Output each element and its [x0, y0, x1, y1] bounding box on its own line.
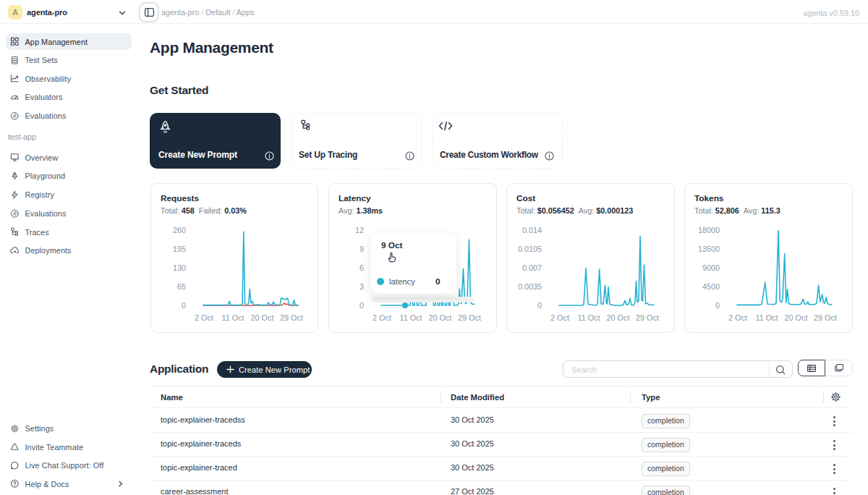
svg-text:13500: 13500 — [698, 245, 720, 253]
svg-text:0: 0 — [715, 301, 720, 310]
svg-text:130: 130 — [173, 263, 186, 272]
svg-text:65: 65 — [177, 282, 186, 291]
svg-text:29 Oct: 29 Oct — [636, 313, 659, 322]
svg-text:11 Oct: 11 Oct — [221, 313, 244, 322]
svg-text:0.014: 0.014 — [522, 226, 542, 234]
svg-text:9000: 9000 — [702, 263, 720, 272]
svg-text:11 Oct: 11 Oct — [577, 313, 600, 322]
svg-text:195: 195 — [173, 245, 186, 253]
svg-text:29 Oct: 29 Oct — [280, 313, 303, 322]
svg-text:260: 260 — [173, 226, 186, 234]
svg-text:0: 0 — [359, 301, 364, 310]
svg-text:20 Oct: 20 Oct — [785, 313, 808, 322]
svg-text:20 Oct: 20 Oct — [607, 313, 630, 322]
svg-text:2 Oct: 2 Oct — [550, 313, 569, 322]
svg-text:9: 9 — [359, 245, 364, 253]
svg-text:6: 6 — [359, 263, 364, 272]
svg-text:0.007: 0.007 — [522, 263, 542, 272]
svg-text:0: 0 — [537, 301, 542, 310]
svg-text:29 Oct: 29 Oct — [458, 313, 481, 322]
svg-text:0: 0 — [182, 301, 186, 310]
svg-text:0.0035: 0.0035 — [518, 282, 542, 291]
svg-text:29 Oct: 29 Oct — [814, 313, 837, 322]
svg-text:2 Oct: 2 Oct — [195, 313, 213, 322]
svg-text:11 Oct: 11 Oct — [399, 313, 422, 322]
svg-text:12: 12 — [355, 226, 364, 234]
svg-text:20 Oct: 20 Oct — [251, 313, 274, 322]
svg-text:20 Oct: 20 Oct — [429, 313, 452, 322]
svg-text:3: 3 — [359, 282, 364, 291]
svg-text:2 Oct: 2 Oct — [373, 313, 391, 322]
svg-text:18000: 18000 — [698, 226, 720, 234]
svg-text:4500: 4500 — [702, 282, 720, 291]
svg-text:2 Oct: 2 Oct — [728, 313, 747, 322]
svg-text:0.0105: 0.0105 — [518, 245, 542, 253]
svg-text:11 Oct: 11 Oct — [755, 313, 778, 322]
